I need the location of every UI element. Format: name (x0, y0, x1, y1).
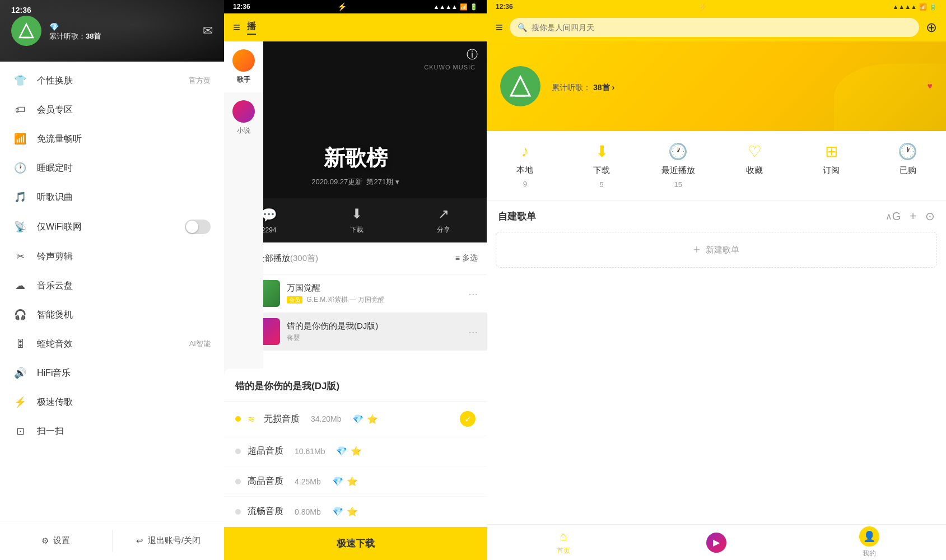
vip-badge-super: 💎 (336, 446, 347, 456)
menu-badge-eq: AI智能 (189, 339, 211, 349)
settings-button[interactable]: ⚙ 设置 (0, 530, 113, 552)
stat-label-collect: 收藏 (746, 165, 763, 176)
p3-status-bar: 12:36 ⚡ ▲▲▲▲📶🔋 (487, 0, 946, 13)
p2-tab-chart[interactable]: 播 (247, 21, 256, 35)
p2-menu-button[interactable]: ≡ (233, 20, 240, 35)
stat-label-subscribe: 订阅 (823, 165, 840, 176)
playlist-settings-icon[interactable]: ⊙ (925, 209, 935, 223)
settings-icon: ⚙ (41, 536, 49, 546)
song-more-1[interactable]: ··· (468, 287, 478, 300)
star-badge-smooth: ⭐ (347, 506, 358, 517)
menu-item-ringtone[interactable]: ✂ 铃声剪辑 (0, 242, 224, 271)
p2-cat-novel[interactable]: 小说 (224, 92, 263, 143)
chart-icon: 📶 (13, 132, 27, 146)
menu-item-sleep-timer[interactable]: 🕐 睡眠定时 (0, 153, 224, 183)
quality-super[interactable]: 超品音质 10.61Mb 💎 ⭐ (224, 436, 487, 466)
menu-item-music-id[interactable]: 🎵 听歌识曲 (0, 183, 224, 212)
nav-my[interactable]: 👤 我的 (793, 526, 946, 558)
menu-item-scan[interactable]: ⊡ 扫一扫 (0, 417, 224, 446)
sync-icon[interactable]: G (892, 210, 901, 223)
stat-recent[interactable]: 🕐 最近播放 15 (640, 142, 716, 189)
vip-badge-smooth: 💎 (332, 506, 343, 517)
quality-badges-lossless: 💎 ⭐ (352, 414, 378, 424)
singer-avatar (232, 49, 255, 72)
p2-status-icon: ⚡ (337, 2, 347, 11)
logout-button[interactable]: ↩ 退出账号/关闭 (113, 530, 225, 552)
p2-time: 12:36 (233, 3, 250, 11)
quality-badges-high: 💎 ⭐ (332, 476, 358, 487)
waveform-icon: ≋ (248, 414, 255, 424)
music-note-icon: ♪ (521, 142, 529, 160)
song-item-2[interactable]: 2 错的是你伤的是我(DJ版) 蒋婴 ··· (224, 312, 487, 351)
info-icon[interactable]: ⓘ (467, 47, 478, 62)
stat-label-local: 本地 (516, 165, 533, 175)
home-icon: ⌂ (560, 529, 567, 544)
multiselect-button[interactable]: ≡ 多选 (455, 253, 478, 263)
star-badge-super: ⭐ (351, 446, 362, 456)
p3-signal-icons: ▲▲▲▲📶🔋 (892, 3, 937, 11)
quality-high[interactable]: 高品音质 4.25Mb 💎 ⭐ (224, 466, 487, 497)
wifi-toggle[interactable] (185, 220, 211, 234)
user-icon: 👤 (859, 526, 879, 547)
stat-download[interactable]: ⬇ 下载 5 (563, 142, 640, 189)
star-badge-icon: ⭐ (367, 414, 378, 424)
p2-cat-singer[interactable]: 歌手 (224, 41, 263, 92)
p3-search-icon: 🔍 (518, 23, 527, 32)
scissors-icon: ✂ (13, 250, 27, 263)
p3-search-input[interactable] (532, 23, 911, 32)
quality-size-smooth: 0.80Mb (295, 507, 321, 516)
song-item-1[interactable]: 1 万国觉醒 会员 G.E.M.邓紫棋 — 万国觉醒 ··· (224, 274, 487, 312)
menu-item-vip[interactable]: 🏷 会员专区 (0, 95, 224, 124)
novel-avatar (232, 100, 255, 123)
stat-bought[interactable]: 🕐 已购 (869, 142, 946, 189)
share-action[interactable]: ↗ 分享 (437, 206, 450, 235)
menu-item-eq[interactable]: 🎛 蛭蛇音效 AI智能 (0, 329, 224, 358)
song-more-2[interactable]: ··· (468, 325, 478, 338)
menu-item-wifi-only[interactable]: 📡 仅WiFi联网 (0, 212, 224, 242)
chevron-up-icon[interactable]: ∧ (886, 211, 892, 222)
menu-item-free-traffic[interactable]: 📶 免流量畅听 (0, 124, 224, 153)
menu-item-cloud[interactable]: ☁ 音乐云盘 (0, 271, 224, 300)
song-artist-1: 会员 G.E.M.邓紫棋 — 万国觉醒 (287, 295, 462, 305)
p3-stats-row: ♪ 本地 9 ⬇ 下载 5 🕐 最近播放 15 ♡ 收藏 ⊞ 订阅 🕐 已购 (487, 131, 946, 200)
nav-player[interactable]: ▶ (640, 533, 793, 553)
p3-search-bar[interactable]: 🔍 (510, 18, 919, 37)
song-info-1: 万国觉醒 会员 G.E.M.邓紫棋 — 万国觉醒 (287, 283, 462, 305)
p2-actions-row: 💬 2294 ⬇ 下载 ↗ 分享 (224, 198, 487, 242)
vip-badge-icon: 💎 (352, 414, 364, 424)
menu-badge-skin: 官方黄 (189, 76, 211, 86)
p3-banner-decoration (834, 64, 946, 131)
new-playlist-button[interactable]: + 新建歌单 (496, 232, 937, 268)
add-playlist-icon[interactable]: + (910, 210, 916, 223)
mail-icon[interactable]: ✉ (203, 24, 213, 38)
quality-smooth[interactable]: 流畅音质 0.80Mb 💎 ⭐ (224, 497, 487, 527)
logout-icon: ↩ (136, 536, 143, 546)
download-action[interactable]: ⬇ 下载 (350, 206, 364, 235)
menu-label-transfer: 极速传歌 (37, 396, 211, 408)
quality-label-smooth: 流畅音质 (248, 506, 283, 517)
stat-subscribe[interactable]: ⊞ 订阅 (793, 142, 870, 189)
p1-listen-count: 累计听歌：38首 (49, 31, 195, 41)
quality-dot-high (235, 479, 241, 484)
svg-marker-2 (511, 77, 530, 96)
nav-home[interactable]: ⌂ 首页 (487, 529, 640, 556)
menu-item-hifi[interactable]: 🔊 HiFi音乐 (0, 358, 224, 388)
fast-download-button[interactable]: 极速下载 (224, 527, 487, 560)
p1-vip-gem: 💎 (49, 22, 195, 31)
menu-item-skin[interactable]: 👕 个性换肤 官方黄 (0, 66, 224, 95)
playlist-section-title: 自建歌单 (498, 210, 883, 223)
stat-collect[interactable]: ♡ 收藏 (716, 142, 793, 189)
quality-lossless[interactable]: ≋ 无损音质 34.20Mb 💎 ⭐ ✓ (224, 402, 487, 436)
p3-add-button[interactable]: ⊕ (926, 20, 937, 35)
menu-item-transfer[interactable]: ⚡ 极速传歌 (0, 388, 224, 417)
download-icon: ⬇ (351, 206, 362, 222)
stat-label-recent: 最近播放 (661, 165, 695, 176)
new-playlist-plus-icon: + (693, 242, 701, 257)
download-dialog: 错的是你伤的是我(DJ版) ≋ 无损音质 34.20Mb 💎 ⭐ ✓ 超品音质 … (224, 368, 487, 560)
stat-local[interactable]: ♪ 本地 9 (487, 142, 563, 189)
p3-menu-button[interactable]: ≡ (496, 20, 503, 35)
menu-item-burn-in[interactable]: 🎧 智能煲机 (0, 300, 224, 329)
download-stat-icon: ⬇ (595, 142, 608, 161)
p1-time: 12:36 (11, 6, 31, 15)
p2-status-bar: 12:36 ⚡ ▲▲▲▲📶🔋 (224, 0, 487, 13)
